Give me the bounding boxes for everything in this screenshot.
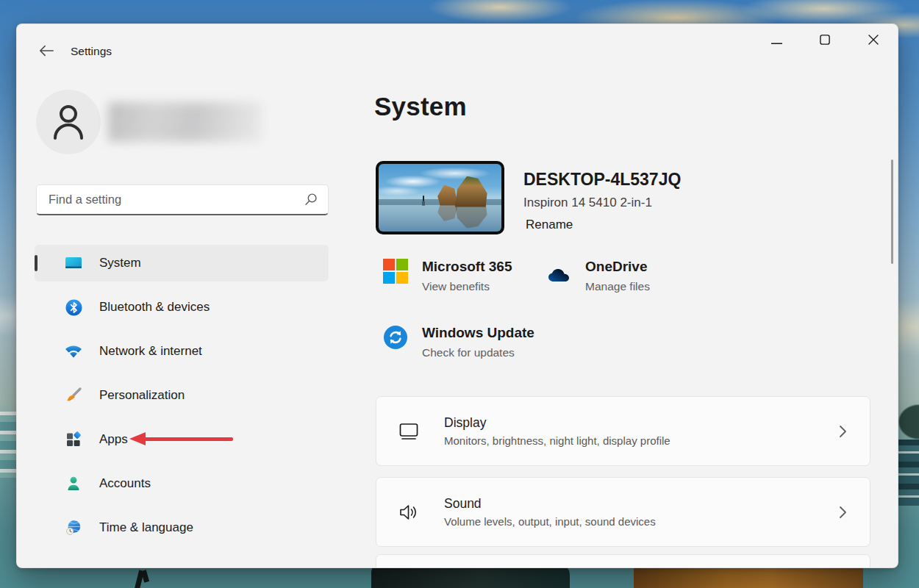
onedrive-cloud-icon xyxy=(544,259,573,293)
quick-link-subtitle: Check for updates xyxy=(422,346,534,359)
thumbnail-rock-reflection xyxy=(455,204,487,229)
thumbnail-rock-reflection xyxy=(437,205,458,221)
wifi-icon xyxy=(64,342,83,361)
chevron-right-icon xyxy=(837,505,848,520)
maximize-icon xyxy=(820,35,830,48)
bluetooth-icon xyxy=(64,298,83,317)
card-sound[interactable]: Sound Volume levels, output, input, soun… xyxy=(376,477,870,547)
thumbnail-rock xyxy=(455,176,487,207)
settings-window: Settings xyxy=(16,24,898,568)
time-language-globe-clock-icon xyxy=(64,518,83,537)
sidebar-item-label: Personalization xyxy=(99,388,185,403)
quick-link-title: Microsoft 365 xyxy=(422,259,512,275)
maximize-button[interactable] xyxy=(801,24,849,58)
sidebar-item-bluetooth-devices[interactable]: Bluetooth & devices xyxy=(35,289,329,326)
back-button[interactable] xyxy=(35,43,58,62)
paintbrush-icon xyxy=(64,386,83,405)
thumbnail-rock xyxy=(437,185,458,206)
back-arrow-icon xyxy=(38,44,54,60)
close-icon xyxy=(868,35,879,48)
minimize-icon xyxy=(771,35,782,48)
card-subtitle: Volume levels, output, input, sound devi… xyxy=(444,515,837,528)
screenshot-stage: { "titlebar": { "title": "Settings" }, "… xyxy=(0,0,919,588)
page-title: System xyxy=(374,92,467,121)
sidebar-item-label: Time & language xyxy=(99,520,193,535)
card-partial[interactable] xyxy=(376,554,870,568)
sidebar-item-system[interactable]: System xyxy=(35,245,329,282)
display-icon xyxy=(398,420,420,442)
card-display[interactable]: Display Monitors, brightness, night ligh… xyxy=(376,396,870,466)
sidebar-item-label: Accounts xyxy=(99,476,151,491)
wallpaper-waves-left xyxy=(0,412,16,478)
apps-icon xyxy=(64,430,83,449)
wallpaper-hill xyxy=(897,403,919,441)
rename-link[interactable]: Rename xyxy=(526,218,573,232)
sound-speaker-icon xyxy=(398,501,420,523)
device-thumbnail xyxy=(376,161,504,234)
sidebar-item-label: System xyxy=(99,256,141,270)
thumbnail-person xyxy=(423,196,424,201)
wallpaper-branch xyxy=(134,566,153,588)
chevron-right-icon xyxy=(837,424,848,439)
sidebar-item-time-language[interactable]: Time & language xyxy=(35,509,329,546)
minimize-button[interactable] xyxy=(752,24,801,58)
windows-update-sync-icon xyxy=(381,325,410,359)
device-model: Inspiron 14 5410 2-in-1 xyxy=(523,196,652,210)
device-name: DESKTOP-4L537JQ xyxy=(523,170,681,190)
quick-link-subtitle: View benefits xyxy=(422,280,512,293)
search-icon xyxy=(304,193,318,207)
quick-link-onedrive[interactable]: OneDrive Manage files xyxy=(544,259,650,293)
quick-link-subtitle: Manage files xyxy=(585,280,650,293)
user-name-blurred xyxy=(108,102,262,142)
person-icon xyxy=(51,101,86,143)
quick-link-title: OneDrive xyxy=(585,259,650,275)
accounts-person-icon xyxy=(64,474,83,493)
device-thumbnail-screen xyxy=(379,164,501,232)
system-icon xyxy=(64,254,83,273)
sidebar-item-network-internet[interactable]: Network & internet xyxy=(35,333,329,370)
quick-link-microsoft-365[interactable]: Microsoft 365 View benefits xyxy=(381,259,512,293)
search-input[interactable] xyxy=(37,193,304,207)
close-button[interactable] xyxy=(849,24,898,58)
microsoft-logo-icon xyxy=(381,259,410,293)
search-box xyxy=(36,184,329,215)
sidebar-item-accounts[interactable]: Accounts xyxy=(35,465,329,502)
sidebar-nav: System Bluetooth & devices xyxy=(35,245,329,553)
sidebar-item-label: Network & internet xyxy=(99,344,202,359)
scrollbar-thumb[interactable] xyxy=(891,159,893,264)
card-title: Display xyxy=(444,415,837,431)
quick-link-title: Windows Update xyxy=(422,325,534,341)
quick-link-windows-update[interactable]: Windows Update Check for updates xyxy=(381,325,534,359)
sidebar-item-apps[interactable]: Apps xyxy=(35,421,329,458)
caption-buttons xyxy=(752,24,898,60)
sidebar-item-label: Apps xyxy=(99,432,128,447)
card-subtitle: Monitors, brightness, night light, displ… xyxy=(444,434,837,447)
card-title: Sound xyxy=(444,496,837,512)
sidebar-item-label: Bluetooth & devices xyxy=(99,300,210,315)
window-title: Settings xyxy=(71,45,112,58)
sidebar-item-personalization[interactable]: Personalization xyxy=(35,377,329,414)
wallpaper-waves-right xyxy=(898,440,919,506)
user-avatar[interactable] xyxy=(36,90,101,154)
